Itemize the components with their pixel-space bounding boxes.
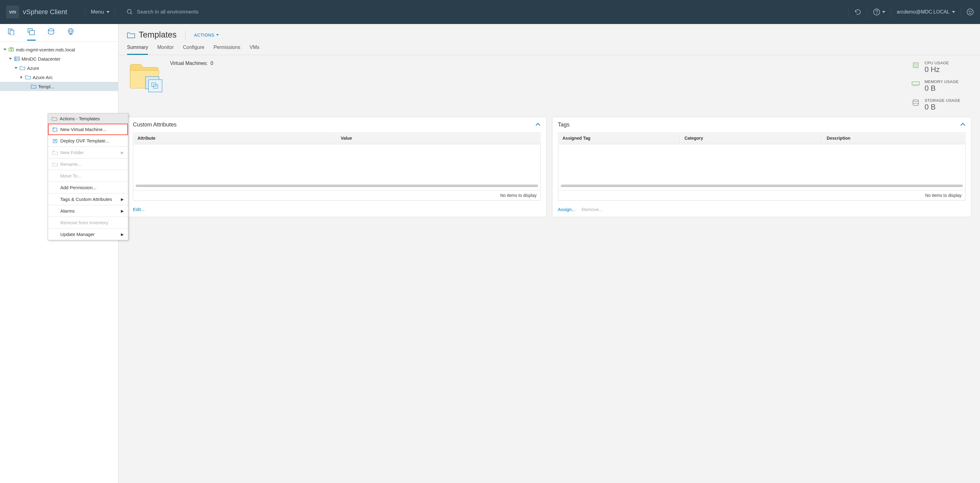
tab-networking[interactable] [67, 28, 75, 41]
context-item-label: New Folder [60, 150, 84, 155]
context-alarms[interactable]: Alarms ▶ [48, 205, 128, 217]
tree-vcenter[interactable]: mdc-mgmt-vcenter.mdc.local [0, 45, 118, 54]
menu-button[interactable]: Menu [91, 9, 110, 15]
svg-point-5 [969, 11, 970, 12]
actions-button[interactable]: ACTIONS [194, 33, 219, 38]
tree-folder-azurearc[interactable]: Azure Arc [0, 73, 118, 82]
tab-vms-templates[interactable] [27, 28, 36, 41]
context-tags-attrs[interactable]: Tags & Custom Attributes ▶ [48, 193, 128, 205]
card-custom-attributes: Custom Attributes Attribute Value [127, 117, 547, 217]
actions-label: ACTIONS [194, 33, 215, 38]
context-menu-header: Actions - Templates [48, 113, 128, 124]
vms-templates-icon [28, 28, 35, 35]
svg-rect-35 [913, 63, 918, 68]
usage-column: CPU USAGE 0 Hz MEMORY USAGE 0 B [912, 61, 971, 112]
cpu-label: CPU USAGE [924, 61, 949, 65]
collapse-button[interactable] [960, 121, 966, 128]
tab-vms[interactable]: VMs [250, 45, 259, 55]
card-footer: Assign... Remove... [552, 204, 971, 217]
tree-folder-azure[interactable]: Azure [0, 64, 118, 73]
card-tags: Tags Assigned Tag Category Description [552, 117, 972, 217]
svg-point-11 [48, 29, 54, 31]
cpu-usage: CPU USAGE 0 Hz [912, 61, 960, 74]
vm-count: Virtual Machines: 0 [170, 61, 905, 66]
card-header: Custom Attributes [127, 117, 546, 132]
page-title-row: Templates [127, 30, 177, 40]
svg-point-6 [971, 11, 971, 12]
tree-datacenter[interactable]: MiniDC Datacenter [0, 54, 118, 64]
new-vm-icon [52, 127, 58, 132]
summary-row: Virtual Machines: 0 CPU USAGE 0 Hz [118, 55, 980, 112]
svg-rect-37 [912, 82, 920, 85]
caret-down-icon [3, 49, 7, 51]
user-name: arcdemo@MDC.LOCAL [897, 9, 950, 15]
content: mdc-mgmt-vcenter.mdc.local MiniDC Datace… [0, 24, 980, 483]
smiley-icon [966, 8, 974, 16]
col-value: Value [337, 133, 540, 143]
folder-icon [52, 162, 58, 167]
context-item-label: Remove from Inventory [60, 220, 108, 225]
separator [848, 6, 849, 18]
folder-icon [31, 84, 36, 89]
search-icon [126, 9, 133, 15]
context-new-vm[interactable]: New Virtual Machine... [48, 124, 128, 135]
separator [85, 6, 85, 18]
header-right: arcdemo@MDC.LOCAL [843, 6, 974, 18]
help-icon [873, 8, 880, 16]
memory-label: MEMORY USAGE [924, 80, 959, 84]
folder-thumbnail [127, 61, 164, 94]
hosts-icon [8, 28, 15, 35]
main-header: Templates ACTIONS [118, 24, 980, 40]
storage-label: STORAGE USAGE [924, 98, 960, 103]
context-remove-inventory: Remove from Inventory [48, 217, 128, 229]
svg-marker-28 [54, 140, 56, 142]
table-body [558, 144, 966, 190]
submenu-arrow-icon: ▶ [121, 150, 124, 155]
context-add-permission[interactable]: Add Permission... [48, 182, 128, 193]
tab-monitor[interactable]: Monitor [157, 45, 173, 55]
help-button[interactable] [873, 8, 885, 16]
chevron-down-icon [882, 11, 885, 13]
tab-configure[interactable]: Configure [183, 45, 204, 55]
tree-label: Azure Arc [33, 75, 52, 80]
context-deploy-ovf[interactable]: Deploy OVF Template... [48, 135, 128, 147]
refresh-button[interactable] [854, 8, 862, 16]
search-input[interactable] [137, 9, 260, 15]
svg-point-43 [913, 100, 918, 102]
horizontal-scrollbar[interactable] [136, 185, 538, 187]
chevron-down-icon [952, 11, 955, 13]
user-menu[interactable]: arcdemo@MDC.LOCAL [897, 9, 955, 15]
horizontal-scrollbar[interactable] [561, 185, 963, 187]
page-title: Templates [139, 30, 177, 40]
no-items-label: No items to display [133, 190, 541, 201]
tab-permissions[interactable]: Permissions [213, 45, 240, 55]
remove-button: Remove... [582, 207, 603, 212]
tab-storage[interactable] [47, 28, 56, 41]
col-attribute: Attribute [134, 133, 337, 143]
storage-usage: STORAGE USAGE 0 B [912, 98, 960, 112]
tree-label: Azure [27, 65, 39, 71]
smiley-button[interactable] [966, 8, 974, 16]
context-item-label: Update Manager [60, 232, 95, 237]
svg-point-0 [127, 10, 131, 14]
main-panel: Templates ACTIONS Summary Monitor Config… [118, 24, 980, 483]
folder-icon [25, 75, 31, 80]
assign-button[interactable]: Assign... [558, 207, 576, 212]
cpu-icon [912, 61, 920, 69]
folder-icon [20, 65, 25, 70]
collapse-button[interactable] [535, 121, 541, 128]
vmware-logo: vm [6, 6, 19, 18]
edit-button[interactable]: Edit... [133, 207, 145, 212]
svg-rect-20 [14, 57, 19, 61]
tab-summary[interactable]: Summary [127, 45, 148, 55]
context-item-label: Add Permission... [60, 185, 97, 190]
tree-label: mdc-mgmt-vcenter.mdc.local [16, 47, 75, 52]
tree-folder-templates[interactable]: Templ... [0, 82, 118, 91]
context-menu-title: Actions - Templates [60, 116, 100, 121]
storage-value: 0 B [924, 103, 960, 112]
chevron-down-icon [216, 34, 219, 36]
tab-hosts[interactable] [7, 28, 16, 41]
folder-icon [52, 116, 57, 121]
card-title: Custom Attributes [133, 121, 177, 128]
context-update-manager[interactable]: Update Manager ▶ [48, 229, 128, 240]
